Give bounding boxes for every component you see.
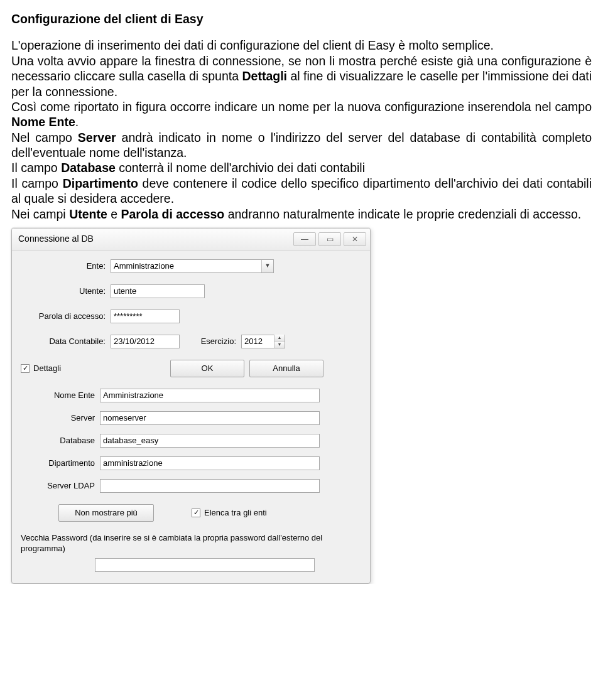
ente-label: Ente: — [21, 261, 111, 271]
doc-p6: Il campo Dipartimento deve contenere il … — [11, 176, 592, 207]
doc-body: L'operazione di inserimento dei dati di … — [11, 38, 592, 222]
chevron-down-icon[interactable]: ▼ — [261, 260, 273, 272]
dettagli-label: Dettagli — [33, 363, 61, 374]
doc-p3: Così come riportato in figura occorre in… — [11, 99, 592, 130]
server-label: Server — [21, 413, 100, 423]
esercizio-value: 2012 — [244, 337, 274, 347]
maximize-button[interactable]: ▭ — [318, 232, 341, 246]
data-contabile-label: Data Contabile: — [21, 337, 111, 347]
db-connection-dialog: Connessione al DB — ▭ ✕ Ente: Amministra… — [11, 228, 371, 584]
old-password-label: Vecchia Password (da inserire se si è ca… — [21, 533, 361, 554]
non-mostrare-button[interactable]: Non mostrare più — [58, 504, 154, 522]
database-input[interactable] — [100, 434, 320, 448]
database-label: Database — [21, 436, 100, 446]
spin-up-icon[interactable]: ▲ — [274, 335, 285, 342]
server-input[interactable] — [100, 411, 320, 425]
utente-label: Utente: — [21, 286, 111, 296]
dipartimento-input[interactable] — [100, 456, 320, 470]
doc-p4: Nel campo Server andrà indicato in nome … — [11, 130, 592, 161]
elenca-label: Elenca tra gli enti — [204, 508, 267, 518]
minimize-button[interactable]: — — [293, 232, 316, 246]
window-title: Connessione al DB — [18, 234, 94, 245]
doc-p5: Il campo Database conterrà il nome dell'… — [11, 160, 592, 175]
server-ldap-label: Server LDAP — [21, 481, 100, 491]
doc-p7: Nei campi Utente e Parola di accesso and… — [11, 207, 592, 222]
ente-combo[interactable]: Amministrazione ▼ — [111, 259, 274, 273]
ente-value: Amministrazione — [114, 261, 174, 271]
maximize-icon: ▭ — [327, 235, 334, 243]
dettagli-checkbox[interactable] — [21, 364, 30, 373]
elenca-checkbox[interactable] — [192, 509, 200, 517]
spin-down-icon[interactable]: ▼ — [274, 342, 285, 348]
cancel-button[interactable]: Annulla — [249, 360, 323, 377]
close-button[interactable]: ✕ — [344, 232, 366, 246]
data-contabile-input[interactable] — [111, 335, 180, 348]
server-ldap-input[interactable] — [100, 479, 320, 493]
password-label: Parola di accesso: — [21, 311, 111, 321]
doc-p2: Una volta avvio appare la finestra di co… — [11, 53, 592, 99]
old-password-input[interactable] — [95, 558, 315, 572]
close-icon: ✕ — [352, 235, 358, 243]
nome-ente-input[interactable] — [100, 389, 320, 402]
esercizio-label: Esercizio: — [180, 337, 241, 347]
window-buttons: — ▭ ✕ — [293, 232, 366, 246]
utente-input[interactable] — [111, 284, 205, 298]
esercizio-spinner[interactable]: 2012 ▲ ▼ — [241, 335, 285, 348]
doc-title: Configurazione del client di Easy — [11, 11, 592, 26]
nome-ente-label: Nome Ente — [21, 390, 100, 401]
titlebar[interactable]: Connessione al DB — ▭ ✕ — [12, 229, 370, 250]
doc-p1: L'operazione di inserimento dei dati di … — [11, 38, 592, 53]
dipartimento-label: Dipartimento — [21, 458, 100, 468]
ok-button[interactable]: OK — [170, 360, 244, 377]
password-input[interactable] — [111, 310, 180, 323]
minimize-icon: — — [301, 235, 308, 243]
